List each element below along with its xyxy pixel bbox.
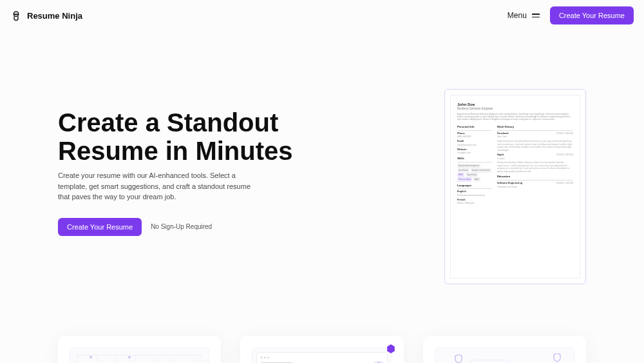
svg-point-1 [15,14,15,14]
hero-content: Create a Standout Resume in Minutes Crea… [58,89,406,236]
menu-button[interactable]: Menu [507,11,540,20]
personal-info-title: Personal Info [457,125,492,131]
feature-illustration-privacy [435,348,574,363]
shield-icon [455,355,462,363]
resume-preview: John Doe Backend Software Engineer Exper… [444,89,586,284]
svg-point-2 [17,14,17,14]
hero-title: Create a Standout Resume in Minutes [58,108,406,165]
header-actions: Menu Create Your Resume [507,6,634,25]
resume-document: John Doe Backend Software Engineer Exper… [450,95,580,279]
hero-section: Create a Standout Resume in Minutes Crea… [0,31,644,297]
logo[interactable]: Resume Ninja [10,10,82,21]
resume-role: Backend Software Engineer [457,107,573,111]
svg-marker-3 [387,344,395,353]
feature-card-3: Privacy and Data Security [423,336,586,363]
hero-cta-row: Create Your Resume No Sign-Up Required [58,218,406,236]
menu-label: Menu [507,11,527,20]
hamburger-icon [532,14,540,17]
ninja-icon [10,10,22,21]
features-section: User-Friendly Interface Privacy and Data… [0,297,644,363]
feature-illustration-grid [70,348,209,363]
skills-tags: Backend development JavaScript System ar… [457,164,492,182]
resume-name: John Doe [457,102,573,107]
skills-title: Skills [457,157,492,162]
feature-card-2: User-Friendly Interface [240,336,403,363]
hero-description: Create your resume with our AI-enhanced … [58,170,258,202]
education-title: Education [497,175,573,181]
brand-name: Resume Ninja [27,11,82,21]
feature-card-1 [58,336,221,363]
shield-icon [553,353,561,362]
header-cta-button[interactable]: Create Your Resume [550,6,634,25]
main-header: Resume Ninja Menu Create Your Resume [0,0,644,31]
work-history-title: Work History [497,125,573,131]
feature-illustration-interface [252,348,392,363]
hero-note: No Sign-Up Required [151,223,212,230]
resume-summary: Experienced Backend Software Engineer wi… [457,113,573,121]
languages-title: Languages [457,184,492,190]
hero-cta-button[interactable]: Create Your Resume [58,218,142,236]
hexagon-icon [386,344,395,353]
